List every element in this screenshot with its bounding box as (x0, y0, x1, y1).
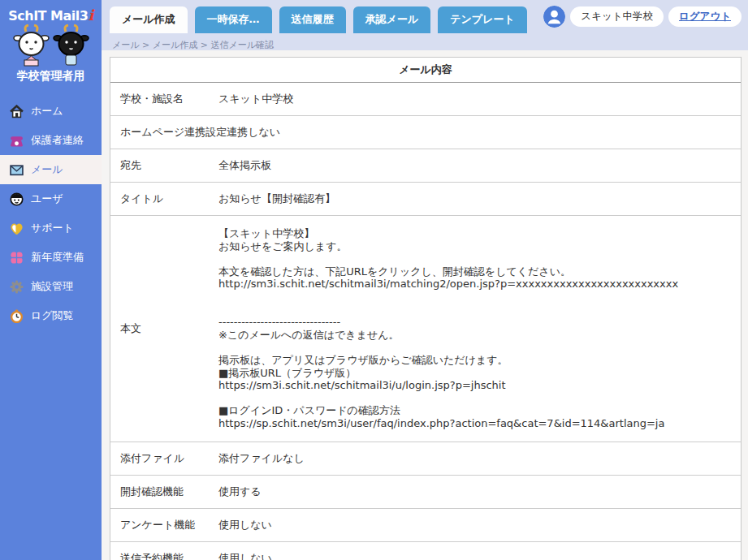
sidebar-item-label: 施設管理 (31, 279, 73, 294)
sidebar-item-label: ログ閲覧 (31, 308, 74, 323)
top-right-controls: スキット中学校 ログアウト (543, 6, 742, 28)
table-row-homepage-link-setting: ホームページ連携設定 連携しない (110, 116, 741, 149)
sidebar-item-log-view[interactable]: ログ閲覧 (0, 301, 102, 330)
table-row-open-confirmation: 開封確認機能 使用する (110, 476, 741, 509)
sidebar-item-label: 新年度準備 (31, 250, 84, 265)
table-row-attachment: 添付ファイル 添付ファイルなし (110, 442, 741, 476)
row-value: 使用しない (218, 542, 741, 560)
row-label: 送信予約機能 (110, 542, 218, 560)
breadcrumb: メール > メール作成 > 送信メール確認 (102, 33, 748, 51)
logo-text-accent: i (88, 6, 93, 24)
tab-send-history[interactable]: 送信履歴 (279, 6, 346, 33)
tab-mail-create[interactable]: メール作成 (110, 6, 188, 33)
sidebar-item-mail[interactable]: メール (0, 155, 102, 184)
row-label: アンケート機能 (110, 509, 218, 541)
table-row-recipient: 宛先 全体掲示板 (110, 149, 741, 183)
row-value: 連携しない (227, 116, 741, 149)
mail-body-text: 【スキット中学校】 お知らせをご案内します。 本文を確認した方は、下記URLをク… (218, 216, 741, 442)
user-icon (10, 192, 24, 206)
row-value: スキット中学校 (218, 83, 741, 115)
row-label: 添付ファイル (110, 442, 218, 475)
sidebar-item-user[interactable]: ユーザ (0, 184, 102, 213)
logo-text: SchIT Mail3i (0, 6, 102, 24)
home-icon (10, 105, 24, 118)
panel-title: メール内容 (110, 58, 741, 83)
sidebar: SchIT Mail3i (0, 0, 102, 560)
role-label: 学校管理者用 (0, 68, 102, 90)
row-label: 学校・施設名 (110, 83, 218, 115)
row-value: 全体掲示板 (218, 149, 741, 182)
row-value: 添付ファイルなし (218, 442, 741, 475)
app-window: SchIT Mail3i (0, 0, 748, 560)
row-value: 使用しない (218, 509, 741, 541)
sidebar-item-home[interactable]: ホーム (0, 97, 102, 126)
table-row-survey: アンケート機能 使用しない (110, 509, 741, 542)
sidebar-item-label: メール (31, 162, 63, 177)
sidebar-item-new-year-prep[interactable]: 新年度準備 (0, 243, 102, 272)
main-area: メール作成 一時保存… 送信履歴 承認メール テンプレート スキット中学校 ログ… (102, 0, 748, 560)
sidebar-item-support[interactable]: サポート (0, 213, 102, 243)
sidebar-item-label: ホーム (31, 104, 63, 118)
sidebar-item-label: サポート (31, 221, 74, 235)
row-label: タイトル (110, 183, 218, 215)
row-label: ホームページ連携設定 (110, 116, 227, 149)
top-bar: メール作成 一時保存… 送信履歴 承認メール テンプレート スキット中学校 ログ… (102, 0, 748, 50)
content-area: メール内容 学校・施設名 スキット中学校 ホームページ連携設定 連携しない 宛先… (102, 50, 748, 560)
row-label: 宛先 (110, 149, 218, 182)
user-avatar-icon[interactable] (543, 6, 565, 28)
logout-label: ログアウト (679, 10, 731, 22)
tab-template[interactable]: テンプレート (438, 6, 527, 33)
table-row-school-name: 学校・施設名 スキット中学校 (110, 83, 741, 116)
sidebar-item-label: ユーザ (31, 192, 63, 206)
mail-detail-table: メール内容 学校・施設名 スキット中学校 ホームページ連携設定 連携しない 宛先… (110, 57, 742, 560)
sidebar-item-facility-management[interactable]: 施設管理 (0, 272, 102, 301)
row-label: 本文 (110, 216, 218, 442)
row-value: お知らせ【開封確認有】 (218, 183, 741, 215)
mail-icon (10, 163, 24, 177)
table-row-title: タイトル お知らせ【開封確認有】 (110, 183, 741, 216)
goat-mascots-image (12, 24, 90, 68)
school-name-badge: スキット中学校 (570, 6, 664, 27)
sidebar-menu: ホーム 保護者連絡 メール ユーザ (0, 97, 102, 330)
phone-icon (10, 134, 24, 148)
heart-icon (10, 222, 24, 235)
logout-link[interactable]: ログアウト (668, 6, 742, 27)
clock-icon (10, 309, 24, 323)
table-row-scheduled-send: 送信予約機能 使用しない (110, 542, 741, 560)
tab-draft[interactable]: 一時保存… (195, 6, 272, 33)
logo-text-main: SchIT Mail3 (8, 8, 88, 24)
tab-approval-mail[interactable]: 承認メール (353, 6, 431, 33)
sidebar-item-parent-contact[interactable]: 保護者連絡 (0, 126, 102, 155)
app-logo: SchIT Mail3i (0, 0, 102, 90)
row-value: 使用する (218, 476, 741, 508)
clover-icon (10, 251, 24, 265)
gear-icon (10, 280, 24, 294)
row-label: 開封確認機能 (110, 476, 218, 508)
table-row-body: 本文 【スキット中学校】 お知らせをご案内します。 本文を確認した方は、下記UR… (110, 216, 741, 442)
sidebar-item-label: 保護者連絡 (31, 133, 84, 148)
